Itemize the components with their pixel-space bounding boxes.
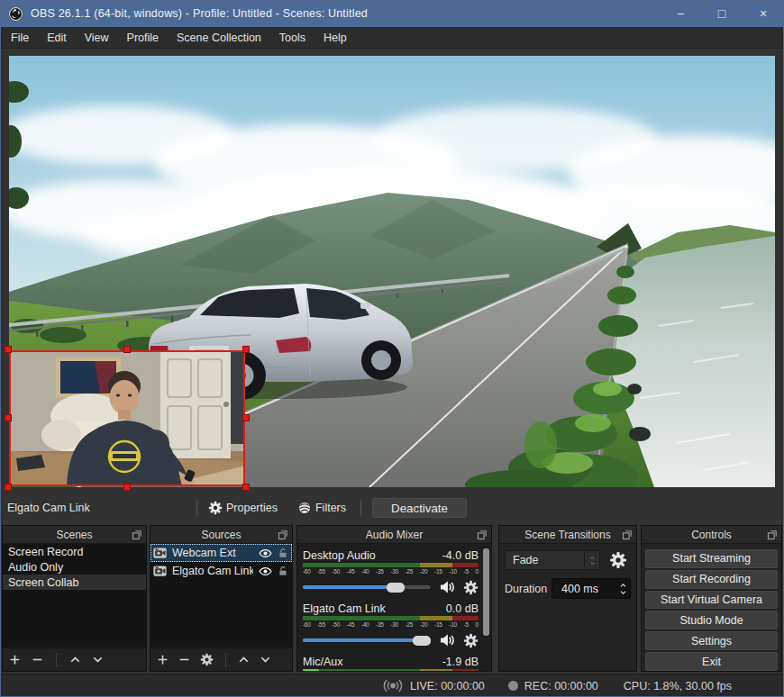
audio-mixer-header[interactable]: Audio Mixer: [297, 526, 491, 544]
resize-handle-n[interactable]: [123, 346, 131, 353]
speaker-icon[interactable]: [439, 632, 455, 648]
filters-label: Filters: [315, 502, 346, 514]
speaker-icon[interactable]: [439, 579, 455, 595]
popout-icon[interactable]: [767, 530, 778, 540]
mixer-channel-elgato-cam-link: Elgato Cam Link 0.0 dB -60-55-50-45-40-3…: [303, 599, 479, 652]
source-item[interactable]: Elgato Cam Link: [150, 562, 292, 580]
remove-scene-icon[interactable]: [32, 654, 43, 665]
source-context-toolbar: Elgato Cam Link Properties Filters Deact…: [0, 496, 784, 520]
maximize-button[interactable]: □: [701, 0, 743, 27]
tick-label: -25: [406, 621, 414, 629]
resize-handle-se[interactable]: [242, 484, 250, 491]
popout-icon[interactable]: [477, 530, 488, 540]
remove-source-icon[interactable]: [178, 654, 190, 665]
start-recording-button[interactable]: Start Recording: [645, 570, 778, 589]
tick-label: -50: [332, 621, 340, 629]
minimize-button[interactable]: −: [660, 0, 701, 27]
menu-edit[interactable]: Edit: [38, 27, 76, 49]
selection-border: [9, 350, 245, 486]
add-scene-icon[interactable]: [9, 654, 21, 665]
tick-label: -10: [449, 568, 457, 575]
resize-handle-e[interactable]: [242, 414, 250, 421]
properties-button[interactable]: Properties: [205, 501, 281, 515]
popout-icon[interactable]: [278, 530, 288, 540]
move-scene-down-icon[interactable]: [92, 654, 104, 665]
mixer-scrollbar[interactable]: [483, 548, 489, 636]
video-capture-icon: [153, 548, 167, 558]
preview-canvas[interactable]: [9, 56, 775, 487]
resize-handle-sw[interactable]: [5, 484, 12, 491]
close-button[interactable]: ×: [743, 0, 784, 27]
filter-icon: [297, 501, 312, 515]
mixer-channel-mic-aux: Mic/Aux -1.9 dB -60-55-50-45-40-35-30-25…: [303, 652, 479, 671]
menu-help[interactable]: Help: [315, 27, 356, 49]
audio-mixer-title: Audio Mixer: [366, 529, 423, 541]
visibility-eye-icon[interactable]: [259, 565, 272, 578]
scene-item-selected[interactable]: Screen Collab: [3, 575, 146, 590]
transition-select[interactable]: Fade: [505, 550, 600, 570]
move-source-up-icon[interactable]: [238, 654, 250, 665]
source-item-selected[interactable]: Webcam Ext: [150, 544, 292, 562]
add-source-icon[interactable]: [157, 654, 169, 665]
volume-slider[interactable]: [303, 585, 431, 589]
slider-handle[interactable]: [387, 583, 405, 593]
sources-header[interactable]: Sources: [150, 526, 292, 544]
channel-level-db: -1.9 dB: [442, 656, 479, 668]
broadcast-icon: [382, 679, 404, 692]
slider-handle[interactable]: [413, 636, 431, 646]
scene-item[interactable]: Audio Only: [3, 559, 146, 575]
resize-handle-w[interactable]: [5, 414, 12, 421]
channel-settings-gear-icon[interactable]: [463, 633, 479, 648]
move-scene-up-icon[interactable]: [69, 654, 81, 665]
spin-up-icon[interactable]: [618, 582, 628, 589]
controls-header[interactable]: Controls: [642, 526, 781, 544]
start-virtual-camera-button[interactable]: Start Virtual Camera: [645, 591, 778, 610]
resize-handle-nw[interactable]: [5, 346, 12, 353]
duration-spinbox[interactable]: 400 ms: [552, 578, 631, 599]
volume-meter: [303, 669, 479, 671]
tick-label: -30: [390, 621, 398, 629]
deactivate-button[interactable]: Deactivate: [372, 498, 467, 518]
start-streaming-button[interactable]: Start Streaming: [645, 549, 778, 568]
webcam-source-overlay[interactable]: [9, 350, 245, 486]
scenes-header[interactable]: Scenes: [3, 526, 146, 544]
source-properties-gear-icon[interactable]: [200, 653, 214, 666]
resize-handle-ne[interactable]: [242, 346, 250, 353]
video-capture-icon: [153, 566, 167, 576]
settings-button[interactable]: Settings: [645, 631, 778, 650]
rec-time: REC: 00:00:00: [524, 680, 598, 692]
exit-button[interactable]: Exit: [645, 652, 778, 671]
studio-mode-button[interactable]: Studio Mode: [645, 611, 778, 629]
volume-slider[interactable]: [303, 638, 431, 642]
volume-meter: [303, 563, 479, 567]
lock-icon[interactable]: [278, 566, 288, 576]
title-bar[interactable]: OBS 26.1.1 (64-bit, windows) - Profile: …: [0, 0, 784, 27]
menu-tools[interactable]: Tools: [270, 27, 315, 49]
channel-settings-gear-icon[interactable]: [463, 580, 479, 595]
menu-view[interactable]: View: [76, 27, 118, 49]
menu-file[interactable]: File: [2, 27, 38, 49]
filters-button[interactable]: Filters: [294, 501, 350, 515]
menu-scene-collection[interactable]: Scene Collection: [168, 27, 270, 49]
combo-spinner[interactable]: [584, 551, 599, 569]
move-source-down-icon[interactable]: [260, 654, 271, 665]
duration-value: 400 ms: [552, 583, 615, 595]
obs-logo-icon: [8, 6, 23, 22]
chevron-down-icon: [589, 561, 596, 566]
visibility-eye-icon[interactable]: [259, 547, 272, 560]
scene-item[interactable]: Screen Record: [3, 544, 146, 559]
spin-down-icon[interactable]: [618, 589, 628, 596]
tick-label: -10: [449, 621, 457, 629]
transition-settings-gear-icon[interactable]: [609, 551, 627, 569]
scene-transitions-header[interactable]: Scene Transitions: [499, 526, 636, 544]
source-label: Elgato Cam Link: [172, 565, 253, 577]
sources-list: Webcam Ext Elgato Cam Link: [150, 544, 292, 647]
tick-label: -5: [464, 568, 469, 575]
menu-profile[interactable]: Profile: [118, 27, 168, 49]
resize-handle-s[interactable]: [123, 484, 131, 491]
record-dot-icon: [508, 681, 518, 691]
tick-label: -60: [303, 621, 311, 629]
popout-icon[interactable]: [622, 530, 633, 540]
popout-icon[interactable]: [132, 530, 142, 540]
lock-icon[interactable]: [278, 548, 288, 558]
